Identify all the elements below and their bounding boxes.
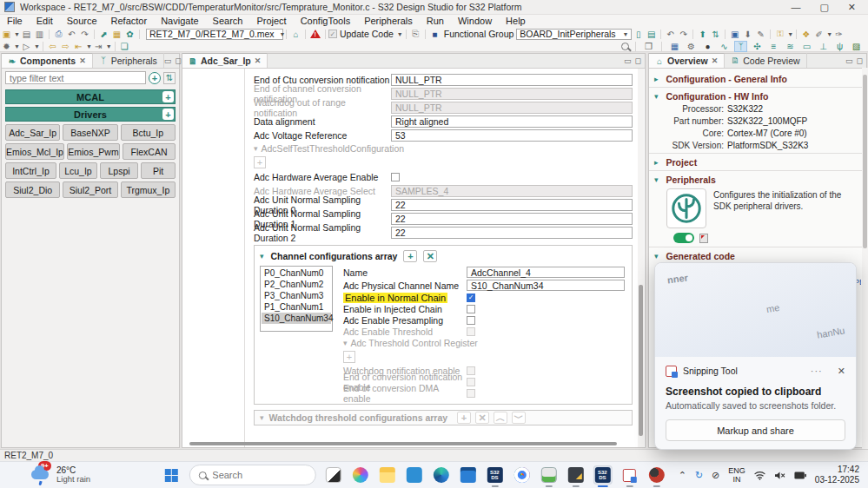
update-code-label[interactable]: Update Code xyxy=(340,29,394,39)
clock[interactable]: 17:42 03-12-2025 xyxy=(815,465,859,485)
channel-list-item-selected[interactable]: S10_ChanNum34 xyxy=(262,313,331,324)
toast-close-icon[interactable]: ✕ xyxy=(838,366,845,377)
redo-config-icon[interactable]: ↷ xyxy=(677,29,690,40)
next-annotation-icon[interactable]: ⇥ xyxy=(92,41,105,52)
markup-and-share-button[interactable]: Markup and share xyxy=(666,419,845,441)
volume-muted-icon[interactable] xyxy=(774,471,785,480)
driver-button-bctu-ip[interactable]: Bctu_Ip xyxy=(121,124,176,141)
debug-launch-dropdown-icon[interactable]: ▼ xyxy=(14,43,20,49)
channel-list-item[interactable]: P0_ChanNum0 xyxy=(262,267,331,279)
tab-adc-sar-ip[interactable]: 🗎 Adc_Sar_Ip ✕ xyxy=(182,53,268,68)
menu-run[interactable]: Run xyxy=(420,16,451,26)
problems-warning-icon[interactable]: ! xyxy=(310,30,321,38)
s32ds-icon[interactable]: S32 DS xyxy=(485,465,504,485)
channel-list-item[interactable]: P3_ChanNum3 xyxy=(262,290,331,301)
save-all-icon[interactable]: ▥ xyxy=(33,29,46,40)
driver-button-siul2-port[interactable]: Siul2_Port xyxy=(63,181,117,198)
edge-icon[interactable] xyxy=(431,465,450,485)
driver-button-emios-mcl-ip[interactable]: Emios_Mcl_Ip xyxy=(5,143,64,160)
app-icon-red[interactable] xyxy=(646,465,666,485)
driver-button-trgmux-ip[interactable]: Trgmux_Ip xyxy=(121,181,176,198)
perspective-cpp-icon[interactable]: ▦ xyxy=(668,41,681,52)
driver-button-siul2-dio[interactable]: Siul2_Dio xyxy=(5,181,60,198)
menu-refactor[interactable]: Refactor xyxy=(104,16,155,26)
driver-button-lcu-ip[interactable]: Lcu_Ip xyxy=(59,162,97,179)
copilot-icon[interactable] xyxy=(350,465,369,485)
battery-icon[interactable] xyxy=(794,472,806,479)
update-code-dropdown-icon[interactable]: ▼ xyxy=(397,31,403,37)
editor-maximize-icon[interactable]: ◻ xyxy=(635,56,641,65)
home-icon[interactable]: ⌂ xyxy=(289,29,302,40)
injected-chain-checkbox[interactable] xyxy=(467,305,475,313)
build-icon[interactable]: ▦ xyxy=(110,29,123,40)
mex-combo-dropdown-icon[interactable]: ▼ xyxy=(275,31,286,37)
save-icon[interactable]: ▤ xyxy=(20,29,33,40)
perspective-clocks-icon[interactable]: ≋ xyxy=(784,41,797,52)
scrollbar-thumb[interactable] xyxy=(639,285,643,436)
app-icon-monitor[interactable] xyxy=(539,465,558,485)
menu-project[interactable]: Project xyxy=(249,16,293,26)
scrollbar-thumb[interactable] xyxy=(863,75,867,248)
monitor-icon[interactable]: ▣ xyxy=(728,29,741,40)
debug-launch-icon[interactable]: ✹ xyxy=(0,41,13,52)
tab-overview-close-icon[interactable]: ✕ xyxy=(712,56,719,65)
physical-channel-input[interactable]: S10_ChanNum34 xyxy=(467,280,625,291)
channel-list-item[interactable]: P2_ChanNum2 xyxy=(262,279,331,290)
brush-icon[interactable]: ✐ xyxy=(812,29,825,40)
editor-minimize-icon[interactable]: ▭ xyxy=(624,56,632,65)
language-indicator[interactable]: ENG IN xyxy=(728,466,745,485)
run-launch-icon[interactable]: ▷ xyxy=(20,41,33,52)
undo-config-icon[interactable]: ↶ xyxy=(664,29,677,40)
functional-group-combo[interactable]: BOARD_InitPeripherals ▼ xyxy=(516,29,632,40)
wifi-icon[interactable] xyxy=(754,471,765,480)
weather-widget[interactable]: 9+ 26°C Light rain xyxy=(31,465,90,484)
perspective-peripherals-icon[interactable]: ᛉ xyxy=(734,41,747,52)
channel-name-input[interactable]: AdcChannel_4 xyxy=(467,267,625,278)
overview-maximize-icon[interactable]: ◻ xyxy=(857,56,863,65)
tab-components-close-icon[interactable]: ✕ xyxy=(79,56,86,65)
drivers-expand-icon[interactable]: + xyxy=(162,109,174,120)
new-window-icon[interactable]: ❏ xyxy=(118,41,131,52)
adc-voltage-reference-input[interactable]: 53 xyxy=(391,129,633,142)
update-code-checkbox[interactable] xyxy=(328,30,337,38)
menu-navigate[interactable]: Navigate xyxy=(154,16,205,26)
file-explorer-icon[interactable] xyxy=(377,465,396,485)
tab-code-preview[interactable]: 🗎 Code Preview xyxy=(725,53,806,68)
tab-overview[interactable]: ⌂ Overview ✕ xyxy=(649,53,725,68)
undo-icon[interactable]: ↶ xyxy=(65,29,78,40)
channel-list-item[interactable]: P1_ChanNum1 xyxy=(262,301,331,313)
task-view-button[interactable] xyxy=(323,465,342,485)
generate-code-icon[interactable]: ⎘ xyxy=(409,29,422,40)
filter-input[interactable] xyxy=(5,71,146,84)
menu-configtools[interactable]: ConfigTools xyxy=(294,16,357,26)
perspective-dcd-icon[interactable]: ▭ xyxy=(800,41,813,52)
perspective-sdk-icon[interactable]: ▨ xyxy=(850,41,863,52)
mcal-expand-icon[interactable]: + xyxy=(162,91,174,102)
maximize-button[interactable]: ▢ xyxy=(819,2,828,13)
menu-peripherals[interactable]: Peripherals xyxy=(357,16,420,26)
stamp-icon[interactable]: ✑ xyxy=(832,29,845,40)
editor-horizontal-scrollbar[interactable] xyxy=(189,442,617,445)
mex-file-combo[interactable]: RET2_M7_0/RET2_M7_0.mex ▼ xyxy=(146,29,283,40)
menu-window[interactable]: Window xyxy=(451,16,499,26)
print-icon[interactable]: ⎙ xyxy=(52,29,65,40)
table-view-icon[interactable]: ▤ xyxy=(645,29,658,40)
section-project[interactable]: ▸ Project xyxy=(654,155,861,168)
ms-store-icon[interactable] xyxy=(458,465,477,485)
pin-view-icon[interactable]: ▯ xyxy=(632,29,645,40)
minimize-button[interactable]: — xyxy=(791,2,800,12)
peripherals-tool-icon[interactable] xyxy=(666,188,706,228)
debug-icon[interactable]: ✿ xyxy=(123,29,136,40)
left-minimize-icon[interactable]: ▭ xyxy=(164,56,172,65)
chevron-down-icon[interactable]: ▾ xyxy=(260,252,264,260)
hw-average-enable-checkbox[interactable] xyxy=(391,173,400,181)
vscode-icon[interactable] xyxy=(404,465,423,485)
search-input[interactable] xyxy=(212,470,299,480)
left-maximize-icon[interactable]: ◻ xyxy=(175,56,181,65)
tab-adc-sar-ip-close-icon[interactable]: ✕ xyxy=(255,56,262,65)
selftest-section-header[interactable]: ▾ AdcSelfTestThresholdConfiguration xyxy=(254,142,633,155)
forward-history-icon[interactable]: ⇨ xyxy=(59,41,72,52)
driver-button-basenxp[interactable]: BaseNXP xyxy=(63,124,117,141)
channel-list[interactable]: P0_ChanNum0 P2_ChanNum2 P3_ChanNum3 P1_C… xyxy=(260,266,333,332)
sampling-duration-1-input[interactable]: 22 xyxy=(391,213,633,225)
